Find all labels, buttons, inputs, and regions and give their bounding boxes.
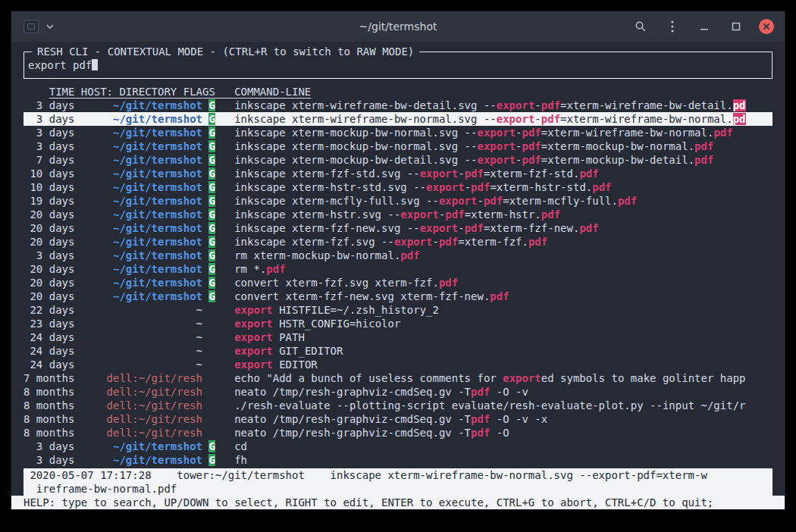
history-row[interactable]: 3 days ~/git/termshot G cd — [24, 440, 772, 453]
command-cell: rm *.pdf — [234, 263, 285, 275]
close-button[interactable] — [759, 19, 774, 34]
command-cell: rm xterm-mockup-bw-normal.pdf — [234, 249, 419, 261]
history-row[interactable]: 8 months dell:~/git/resh neato /tmp/resh… — [24, 385, 772, 399]
minimize-icon — [700, 22, 709, 31]
host-directory-cell: ~/git/termshot — [81, 277, 202, 289]
history-row[interactable]: 10 days ~/git/termshot G inkscape xterm-… — [24, 180, 772, 194]
search-box-legend: RESH CLI - CONTEXTUAL MODE - (CTRL+R to … — [32, 45, 419, 58]
time-cell: 3 days — [24, 249, 81, 261]
command-cell: inkscape xterm-mcfly-full.svg --export-p… — [234, 195, 637, 207]
time-cell: 24 days — [24, 345, 81, 357]
table-header-indent — [24, 86, 49, 98]
history-row[interactable]: 8 months dell:~/git/resh neato /tmp/resh… — [24, 412, 772, 426]
time-cell: 8 months — [24, 399, 81, 412]
history-row[interactable]: 3 days ~/git/termshot G inkscape xterm-m… — [24, 126, 772, 139]
history-row[interactable]: 20 days ~/git/termshot G convert xterm-f… — [24, 289, 772, 303]
time-cell: 20 days — [24, 236, 81, 248]
git-flag-badge: G — [208, 195, 215, 207]
host-directory-cell: ~/git/termshot — [81, 290, 202, 302]
time-cell: 3 days — [24, 99, 81, 111]
chevron-down-icon — [46, 24, 54, 29]
time-cell: 3 days — [24, 113, 81, 125]
time-cell: 7 months — [24, 372, 81, 384]
restore-button[interactable] — [727, 17, 745, 36]
history-row[interactable]: 24 days ~ export GIT_EDITOR — [24, 344, 772, 358]
command-cell: inkscape xterm-fzf-std.svg --export-pdf=… — [234, 167, 598, 180]
command-cell: neato /tmp/resh-graphviz-cmdSeq.gv -Tpdf… — [234, 427, 509, 439]
text-cursor-block — [92, 59, 98, 70]
history-row[interactable]: 3 days ~/git/termshot G rm xterm-mockup-… — [24, 249, 772, 262]
host-directory-cell: dell:~/git/resh — [81, 386, 202, 398]
history-row[interactable]: 24 days ~ export EDITOR — [24, 358, 772, 371]
history-list: 3 days ~/git/termshot G inkscape xterm-w… — [24, 99, 772, 467]
time-cell: 8 months — [24, 413, 81, 425]
history-row[interactable]: 20 days ~/git/termshot G inkscape xterm-… — [24, 208, 772, 221]
command-cell: export HISTFILE=~/.zsh_history_2 — [234, 304, 439, 316]
host-directory-cell: ~/git/termshot — [81, 113, 202, 125]
terminal-window: ~/git/termshot — [11, 11, 785, 509]
command-cell: inkscape xterm-mockup-bw-normal.svg --ex… — [234, 127, 732, 139]
command-cell: convert xterm-fzf-new.svg xterm-fzf-new.… — [234, 290, 509, 302]
host-directory-cell: ~/git/termshot — [81, 249, 202, 261]
history-row[interactable]: 24 days ~ export PATH — [24, 330, 772, 344]
history-row[interactable]: 8 months dell:~/git/resh neato /tmp/resh… — [24, 426, 772, 440]
history-row[interactable]: 10 days ~/git/termshot G inkscape xterm-… — [24, 167, 772, 180]
history-row[interactable]: 3 days ~/git/termshot G inkscape xterm-m… — [24, 139, 772, 153]
git-flag-badge: G — [208, 236, 215, 248]
search-box[interactable]: RESH CLI - CONTEXTUAL MODE - (CTRL+R to … — [24, 52, 772, 79]
host-directory-cell: ~/git/termshot — [81, 222, 202, 234]
host-directory-cell: ~ — [81, 345, 202, 357]
history-row[interactable]: 19 days ~/git/termshot G inkscape xterm-… — [24, 194, 772, 208]
host-directory-cell: ~ — [81, 331, 202, 343]
history-row[interactable]: 23 days ~ export HSTR_CONFIG=hicolor — [24, 317, 772, 330]
host-directory-cell: ~/git/termshot — [81, 99, 202, 111]
table-header: TIME HOST: DIRECTORY FLAGS COMMAND-LINE — [24, 85, 772, 99]
tab-dropdown-button[interactable] — [45, 17, 55, 36]
host-directory-cell: ~/git/termshot — [81, 181, 202, 193]
close-icon — [763, 23, 770, 30]
history-row[interactable]: 8 months dell:~/git/resh ./resh-evaluate… — [24, 399, 772, 412]
history-row[interactable]: 3 days ~/git/termshot G inkscape xterm-w… — [24, 99, 772, 112]
command-cell: neato /tmp/resh-graphviz-cmdSeq.gv -Tpdf… — [234, 413, 547, 425]
history-row[interactable]: 7 months dell:~/git/resh echo "Add a bun… — [24, 371, 772, 385]
table-header-text: TIME HOST: DIRECTORY FLAGS COMMAND-LINE — [49, 86, 312, 98]
history-row[interactable]: 22 days ~ export HISTFILE=~/.zsh_history… — [24, 303, 772, 317]
detail-panel: 2020-05-07 17:17:28 tower:~/git/termshot… — [24, 468, 772, 496]
screen-background: { "window": { "title": "~/git/termshot" … — [0, 0, 796, 532]
history-row[interactable]: 20 days ~/git/termshot G inkscape xterm-… — [24, 235, 772, 249]
git-flag-badge: G — [208, 154, 215, 166]
command-cell: export HSTR_CONFIG=hicolor — [234, 318, 400, 330]
command-cell: export GIT_EDITOR — [234, 345, 343, 357]
time-cell: 24 days — [24, 331, 81, 343]
git-flag-badge: G — [208, 249, 215, 261]
host-directory-cell: ~ — [81, 304, 202, 316]
time-cell: 20 days — [24, 222, 81, 234]
history-row[interactable]: 3 days ~/git/termshot G fh — [24, 453, 772, 467]
detail-line-2: ireframe-bw-normal.pdf — [24, 482, 772, 496]
history-row[interactable]: 3 days ~/git/termshot G inkscape xterm-w… — [24, 112, 772, 126]
history-row[interactable]: 7 days ~/git/termshot G inkscape xterm-m… — [24, 153, 772, 167]
time-cell: 20 days — [24, 277, 81, 289]
search-button[interactable] — [631, 17, 650, 36]
history-row[interactable]: 20 days ~/git/termshot G rm *.pdf — [24, 262, 772, 276]
kebab-menu-icon — [671, 20, 674, 33]
history-row[interactable]: 20 days ~/git/termshot G convert xterm-f… — [24, 276, 772, 289]
command-cell: export EDITOR — [234, 358, 318, 371]
titlebar[interactable]: ~/git/termshot — [11, 11, 785, 42]
host-directory-cell: ~/git/termshot — [81, 440, 202, 452]
detail-line-1: 2020-05-07 17:17:28 tower:~/git/termshot… — [24, 468, 772, 482]
history-row[interactable]: 20 days ~/git/termshot G inkscape xterm-… — [24, 221, 772, 235]
search-icon — [635, 20, 647, 33]
minimize-button[interactable] — [695, 17, 713, 36]
host-directory-cell: ~/git/termshot — [81, 195, 202, 207]
new-tab-button[interactable] — [22, 17, 40, 36]
host-directory-cell: dell:~/git/resh — [81, 413, 202, 425]
git-flag-badge: G — [208, 454, 215, 466]
menu-button[interactable] — [663, 17, 682, 36]
time-cell: 20 days — [24, 290, 81, 302]
host-directory-cell: ~/git/termshot — [81, 263, 202, 275]
search-input[interactable]: export pdf — [28, 58, 98, 72]
time-cell: 3 days — [24, 454, 81, 466]
command-cell: inkscape xterm-mockup-bw-normal.svg --ex… — [234, 140, 713, 152]
git-flag-badge: G — [208, 208, 215, 221]
